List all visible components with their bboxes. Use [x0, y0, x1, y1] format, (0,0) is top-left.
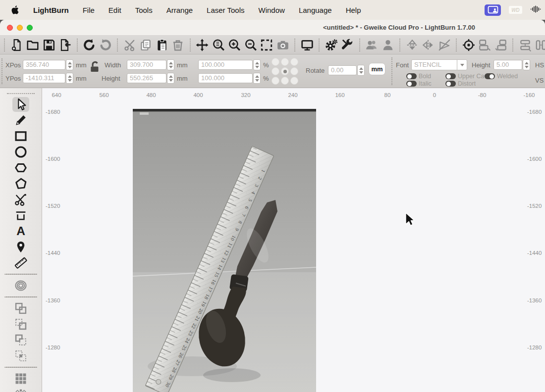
toggle-switch[interactable]: [485, 73, 495, 79]
boolean-union-tool[interactable]: [12, 301, 29, 316]
boolean-intersection-tool[interactable]: [12, 348, 29, 363]
boolean-subtract-tool[interactable]: [12, 317, 29, 332]
toolbar-icon[interactable]: [359, 39, 360, 51]
font-height-spinner[interactable]: [523, 59, 530, 70]
redo-icon[interactable]: [99, 39, 112, 51]
ypos-spinner[interactable]: [66, 73, 73, 84]
rotate-field[interactable]: 0.00: [328, 65, 357, 75]
ypos-field[interactable]: -1410.311: [23, 73, 65, 83]
menu-item[interactable]: Help: [346, 6, 361, 14]
menu-app-name[interactable]: LightBurn: [33, 6, 69, 14]
width-spinner[interactable]: [167, 59, 174, 70]
toolbar-icon[interactable]: [294, 39, 295, 51]
text-tool[interactable]: [12, 224, 29, 239]
flip-horizontal-icon[interactable]: [422, 39, 435, 51]
menu-item[interactable]: Window: [259, 6, 285, 14]
monitor-icon[interactable]: [301, 39, 314, 51]
palette-drag-handle[interactable]: [7, 93, 35, 94]
flip-vertical-icon[interactable]: [406, 39, 419, 51]
screen-sharing-icon[interactable]: [485, 4, 501, 16]
units-button[interactable]: mm: [369, 63, 385, 75]
canvas-workspace[interactable]: 640560480400320240160800-80-160 -1680-16…: [42, 88, 545, 392]
frame-selection-icon[interactable]: [260, 39, 273, 51]
copy-icon[interactable]: [139, 39, 152, 51]
scale-x-spinner[interactable]: [253, 59, 261, 70]
title-bar[interactable]: <untitled> * - Gweike Cloud Pro - LightB…: [0, 20, 545, 36]
anchor-dot[interactable]: [290, 58, 298, 66]
lock-aspect-icon[interactable]: [87, 60, 101, 74]
toggle-switch[interactable]: [445, 81, 456, 87]
align-shapes-a-icon[interactable]: [478, 39, 491, 51]
multi-user-icon[interactable]: [365, 39, 378, 51]
open-file-icon[interactable]: [26, 39, 39, 51]
pan-icon[interactable]: [196, 39, 209, 51]
palette-tool[interactable]: [4, 367, 37, 368]
irregular-polygon-tool[interactable]: [12, 176, 29, 191]
xpos-field[interactable]: 356.740: [23, 60, 65, 70]
toolbar-icon[interactable]: [190, 39, 191, 51]
new-file-icon[interactable]: [10, 39, 23, 51]
anchor-dot[interactable]: [272, 77, 279, 85]
palette-tool[interactable]: [4, 274, 37, 275]
camera-icon[interactable]: [276, 39, 289, 51]
font-select[interactable]: STENCIL: [411, 59, 457, 70]
polygon-tool[interactable]: [12, 160, 29, 175]
import-file-icon[interactable]: [58, 39, 71, 51]
scale-y-field[interactable]: 100.000: [198, 73, 253, 83]
distribute-horizontal-icon[interactable]: [519, 39, 532, 51]
save-file-icon[interactable]: [43, 39, 55, 51]
zoom-window-button[interactable]: [27, 25, 33, 31]
anchor-dot[interactable]: [290, 67, 298, 75]
toolbar-icon[interactable]: [512, 39, 513, 51]
height-field[interactable]: 550.265: [127, 73, 166, 83]
width-field[interactable]: 309.700: [127, 60, 166, 70]
chevron-down-icon[interactable]: [457, 59, 467, 70]
anchor-dot[interactable]: [281, 58, 289, 66]
toolbar-icon[interactable]: [319, 39, 320, 51]
cut-icon[interactable]: [123, 39, 136, 51]
toolbar-icon[interactable]: [117, 39, 118, 51]
select-tool[interactable]: [12, 97, 29, 112]
toolbar-drag-handle[interactable]: [1, 58, 2, 84]
anchor-dot[interactable]: [290, 77, 298, 85]
wd-badge[interactable]: WD: [509, 6, 522, 14]
measure-tool[interactable]: [12, 255, 29, 270]
machine-tools-icon[interactable]: [341, 39, 354, 51]
toolbar-icon[interactable]: [77, 39, 78, 51]
paste-icon[interactable]: [156, 39, 168, 51]
toggle-switch[interactable]: [406, 81, 417, 87]
focus-position-icon[interactable]: [462, 39, 475, 51]
draw-lines-tool[interactable]: [12, 113, 29, 128]
menu-item[interactable]: Edit: [109, 6, 121, 14]
toggle-switch[interactable]: [406, 73, 417, 79]
menu-item[interactable]: Laser Tools: [207, 6, 244, 14]
height-spinner[interactable]: [167, 73, 174, 84]
scale-y-spinner[interactable]: [253, 73, 261, 84]
distribute-vertical-icon[interactable]: [535, 39, 545, 51]
apple-icon[interactable]: [11, 5, 19, 15]
single-user-icon[interactable]: [382, 39, 394, 51]
position-laser-tool[interactable]: [12, 240, 29, 254]
toolbar-icon[interactable]: [456, 39, 457, 51]
toolbar-icon[interactable]: [399, 39, 400, 51]
rotate-spinner[interactable]: [357, 65, 365, 76]
boolean-difference-tool[interactable]: [12, 333, 29, 347]
rectangle-tool[interactable]: [12, 129, 29, 144]
grid-array-tool[interactable]: [12, 371, 29, 386]
toolbar-icon[interactable]: [4, 39, 5, 51]
anchor-dot[interactable]: [272, 58, 279, 66]
font-height-field[interactable]: 5.00: [493, 60, 522, 70]
cut-shapes-tool[interactable]: [12, 192, 29, 207]
anchor-dot-selected[interactable]: [281, 67, 289, 75]
toggle-switch[interactable]: [445, 73, 456, 79]
menu-item[interactable]: Language: [299, 6, 332, 14]
delete-icon[interactable]: [171, 39, 184, 51]
edit-shape-tool[interactable]: [12, 208, 29, 223]
minimize-window-button[interactable]: [17, 25, 23, 31]
anchor-dot[interactable]: [272, 67, 279, 75]
undo-icon[interactable]: [83, 39, 96, 51]
menu-item[interactable]: Tools: [135, 6, 153, 14]
imported-photo[interactable]: 1234567891011121314151617181920212223242…: [133, 109, 316, 392]
circular-array-tool[interactable]: [12, 387, 29, 392]
ellipse-tool[interactable]: [12, 145, 29, 159]
